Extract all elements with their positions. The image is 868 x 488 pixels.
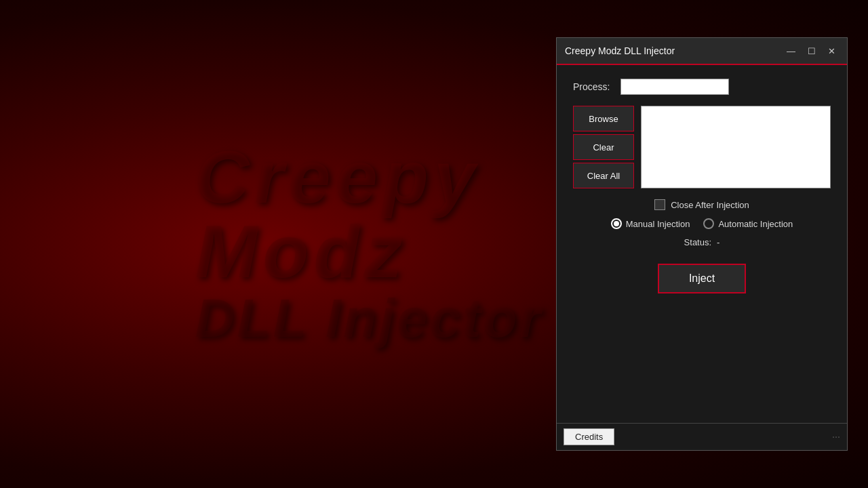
close-after-row: Close After Injection: [654, 199, 749, 210]
clear-all-button[interactable]: Clear All: [573, 163, 634, 188]
dll-list[interactable]: [641, 106, 831, 188]
process-label: Process:: [573, 81, 614, 92]
manual-injection-radio[interactable]: [611, 218, 622, 229]
close-button[interactable]: ✕: [825, 45, 839, 57]
automatic-injection-group: Automatic Injection: [703, 218, 793, 229]
manual-injection-label: Manual Injection: [626, 219, 690, 229]
manual-injection-group: Manual Injection: [611, 218, 690, 229]
clear-button[interactable]: Clear: [573, 134, 634, 160]
status-label: Status:: [684, 237, 711, 247]
inject-button[interactable]: Inject: [658, 264, 746, 293]
resize-grip: ⋯: [832, 432, 840, 442]
process-row: Process:: [573, 79, 831, 95]
credits-button[interactable]: Credits: [564, 428, 614, 445]
status-value: -: [717, 237, 719, 247]
close-after-label: Close After Injection: [671, 200, 749, 210]
injection-mode-row: Manual Injection Automatic Injection: [611, 218, 793, 229]
window-controls: — ☐ ✕: [783, 45, 839, 57]
options-section: Close After Injection Manual Injection A…: [573, 199, 831, 247]
window-title: Creepy Modz DLL Injector: [565, 45, 675, 56]
process-input[interactable]: [620, 79, 729, 95]
maximize-button[interactable]: ☐: [804, 45, 819, 57]
status-row: Status: -: [684, 237, 720, 247]
inject-section: Inject: [573, 264, 831, 293]
automatic-injection-label: Automatic Injection: [718, 219, 793, 229]
title-bar: Creepy Modz DLL Injector — ☐ ✕: [557, 38, 847, 65]
browse-button[interactable]: Browse: [573, 106, 634, 131]
window-content: Process: Browse Clear Clear All Close Af…: [557, 65, 847, 423]
minimize-button[interactable]: —: [783, 45, 799, 57]
footer-bar: Credits ⋯: [557, 423, 847, 450]
app-window: Creepy Modz DLL Injector — ☐ ✕ Process: …: [556, 37, 848, 451]
dll-section: Browse Clear Clear All: [573, 106, 831, 188]
close-after-checkbox[interactable]: [654, 199, 665, 210]
dll-buttons: Browse Clear Clear All: [573, 106, 634, 188]
automatic-injection-radio[interactable]: [703, 218, 714, 229]
